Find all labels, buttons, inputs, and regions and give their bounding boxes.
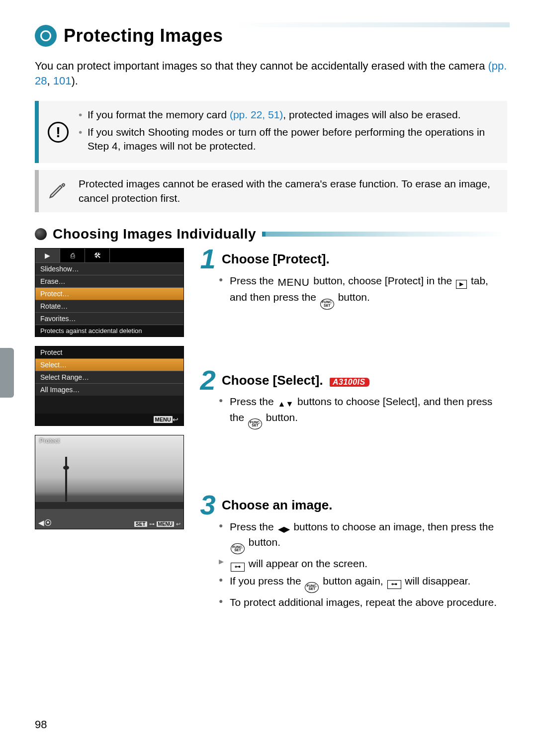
pencil-icon <box>48 181 69 202</box>
step-number: 1 <box>198 248 218 270</box>
note-text: Protected images cannot be erased with t… <box>79 177 497 205</box>
menu-item-selected: Select… <box>35 358 183 371</box>
menu-item: All Images… <box>35 383 183 396</box>
step-bullet: Press the MENU button, choose [Protect] … <box>219 273 507 310</box>
camera-screen-protect-menu: Protect Select… Select Range… All Images… <box>35 346 184 426</box>
model-badge: A3100IS <box>330 378 369 387</box>
menu-button-label: MENU <box>278 275 310 290</box>
warning-item: If you format the memory card (pp. 22, 5… <box>79 108 497 122</box>
warning-item: If you switch Shooting modes or turn off… <box>79 125 497 154</box>
nav-left-icon: ◀⦿ <box>38 518 52 527</box>
tab-playback: ▶ <box>35 249 60 262</box>
menu-item-selected: Protect… <box>35 287 183 300</box>
up-down-arrows-icon: ▲▼ <box>278 398 294 410</box>
step-1: 1 Choose [Protect]. Press the MENU butto… <box>198 248 507 310</box>
step-bullet: To protect additional images, repeat the… <box>219 595 507 610</box>
step-bullet: Press the ▲▼ buttons to choose [Select],… <box>219 394 507 429</box>
camera-screen-image: Protect ◀⦿ SET ⊶ MENU ↩ <box>35 435 184 529</box>
steps-column: 1 Choose [Protect]. Press the MENU butto… <box>198 248 507 640</box>
page-ref-link[interactable]: (pp. 22, 51) <box>230 109 283 120</box>
menu-item: Rotate… <box>35 300 183 312</box>
intro-paragraph: You can protect important images so that… <box>35 59 507 88</box>
step-title: Choose [Select]. A3100IS <box>222 373 369 388</box>
step-bullet: If you press the FUNC.SET button again, … <box>219 574 507 593</box>
note-callout: Protected images cannot be erased with t… <box>35 170 507 212</box>
menu-item: Select Range… <box>35 371 183 383</box>
menu-item: Favorites… <box>35 312 183 325</box>
func-set-button-icon: FUNC.SET <box>231 543 245 554</box>
step-2: 2 Choose [Select]. A3100IS Press the ▲▼ … <box>198 369 507 429</box>
sub-rule <box>262 232 507 237</box>
screenshot-column: ▶ ⎙ 🛠 Slideshow… Erase… Protect… Rotate…… <box>35 248 184 640</box>
page-title: Protecting Images <box>64 25 223 46</box>
camera-screen-menu: ▶ ⎙ 🛠 Slideshow… Erase… Protect… Rotate…… <box>35 248 184 337</box>
step-title: Choose an image. <box>222 498 333 513</box>
menu-back-badge: MENU <box>154 416 173 423</box>
title-bullet-icon <box>35 25 57 47</box>
tab-tools: 🛠 <box>85 249 110 262</box>
tab-print: ⎙ <box>60 249 85 262</box>
warning-callout: ! If you format the memory card (pp. 22,… <box>35 101 507 163</box>
menu-item: Slideshow… <box>35 262 183 275</box>
page-ref-link[interactable]: 101 <box>53 75 72 87</box>
menu-item: Erase… <box>35 275 183 287</box>
set-badge: SET <box>134 521 147 527</box>
step-title: Choose [Protect]. <box>222 252 330 267</box>
func-set-button-icon: FUNC.SET <box>305 582 319 593</box>
step-bullet: Press the ◀▶ buttons to choose an image,… <box>219 519 507 554</box>
protect-key-icon: ⊶ <box>387 580 401 589</box>
subheading: Choosing Images Individually <box>53 226 256 242</box>
header-gradient <box>231 22 510 27</box>
menu-badge: MENU <box>157 521 174 527</box>
sub-bullet-icon <box>35 228 47 240</box>
step-number: 2 <box>198 369 218 392</box>
playback-tab-icon: ▶ <box>456 280 467 289</box>
step-number: 3 <box>198 494 218 516</box>
warning-icon: ! <box>48 122 69 143</box>
subheading-row: Choosing Images Individually <box>35 226 507 242</box>
step-result: ⊶ will appear on the screen. <box>219 556 507 572</box>
intro-text: You can protect important images so that… <box>35 60 488 72</box>
menu-help-text: Protects against accidental deletion <box>35 325 183 336</box>
page-title-row: Protecting Images <box>35 25 507 47</box>
page-number: 98 <box>35 718 47 731</box>
left-right-arrows-icon: ◀▶ <box>278 523 290 535</box>
screen-title: Protect <box>39 437 60 444</box>
step-3: 3 Choose an image. Press the ◀▶ buttons … <box>198 494 507 610</box>
protect-key-icon: ⊶ <box>231 563 245 572</box>
func-set-button-icon: FUNC.SET <box>320 299 334 310</box>
func-set-button-icon: FUNC.SET <box>248 419 262 429</box>
page-side-tab <box>0 348 14 398</box>
screen-title: Protect <box>40 348 62 356</box>
